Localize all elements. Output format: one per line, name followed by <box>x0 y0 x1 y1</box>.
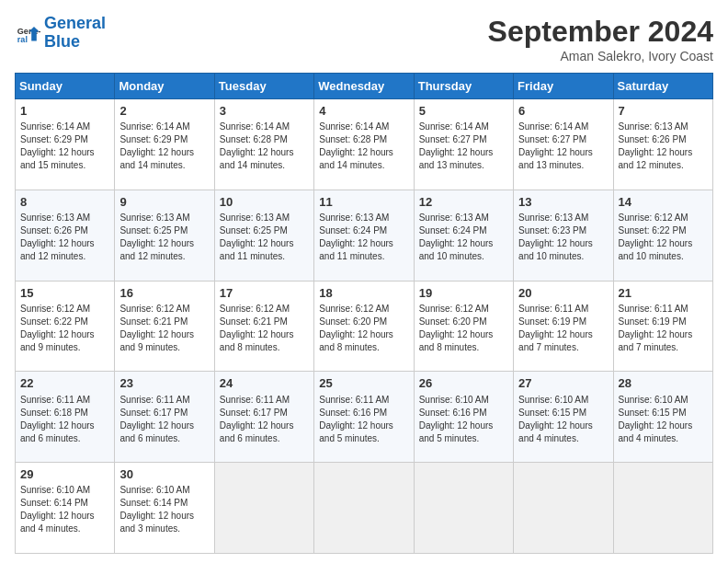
day-number: 23 <box>119 375 209 392</box>
day-number: 29 <box>20 466 109 483</box>
month-title: September 2024 <box>488 15 713 49</box>
day-number: 5 <box>419 103 508 120</box>
calendar-table: Sunday Monday Tuesday Wednesday Thursday… <box>15 73 713 554</box>
calendar-cell: 4Sunrise: 6:14 AMSunset: 6:28 PMDaylight… <box>314 99 414 190</box>
calendar-header-row: Sunday Monday Tuesday Wednesday Thursday… <box>16 74 713 99</box>
location-title: Aman Salekro, Ivory Coast <box>488 49 713 63</box>
logo-icon: Gene- ral <box>15 20 40 46</box>
col-thursday: Thursday <box>414 74 513 99</box>
day-number: 26 <box>419 375 508 392</box>
calendar-cell <box>314 463 414 554</box>
calendar-cell <box>414 463 513 554</box>
calendar-cell: 26Sunrise: 6:10 AMSunset: 6:16 PMDayligh… <box>414 372 513 463</box>
calendar-week-row: 1Sunrise: 6:14 AMSunset: 6:29 PMDaylight… <box>16 99 713 190</box>
col-tuesday: Tuesday <box>214 74 313 99</box>
calendar-cell: 30Sunrise: 6:10 AMSunset: 6:14 PMDayligh… <box>115 463 214 554</box>
day-number: 7 <box>619 103 708 120</box>
day-number: 6 <box>518 103 608 120</box>
logo-text: General Blue <box>44 15 106 52</box>
calendar-cell: 29Sunrise: 6:10 AMSunset: 6:14 PMDayligh… <box>16 463 115 554</box>
calendar-cell: 18Sunrise: 6:12 AMSunset: 6:20 PMDayligh… <box>314 281 414 372</box>
header: Gene- ral General Blue September 2024 Am… <box>15 15 713 63</box>
calendar-header: Sunday Monday Tuesday Wednesday Thursday… <box>16 74 713 99</box>
calendar-cell: 10Sunrise: 6:13 AMSunset: 6:25 PMDayligh… <box>214 190 313 281</box>
calendar-cell: 6Sunrise: 6:14 AMSunset: 6:27 PMDaylight… <box>514 99 613 190</box>
calendar-body: 1Sunrise: 6:14 AMSunset: 6:29 PMDaylight… <box>16 99 713 554</box>
day-number: 11 <box>319 194 408 211</box>
calendar-cell: 27Sunrise: 6:10 AMSunset: 6:15 PMDayligh… <box>514 372 613 463</box>
day-number: 25 <box>319 375 408 392</box>
day-number: 9 <box>119 194 209 211</box>
calendar-week-row: 8Sunrise: 6:13 AMSunset: 6:26 PMDaylight… <box>16 190 713 281</box>
day-number: 4 <box>319 103 408 120</box>
day-number: 8 <box>20 194 109 211</box>
day-number: 3 <box>220 103 309 120</box>
col-sunday: Sunday <box>16 74 115 99</box>
calendar-week-row: 29Sunrise: 6:10 AMSunset: 6:14 PMDayligh… <box>16 463 713 554</box>
svg-text:ral: ral <box>17 35 28 44</box>
calendar-cell: 1Sunrise: 6:14 AMSunset: 6:29 PMDaylight… <box>16 99 115 190</box>
day-number: 14 <box>619 194 708 211</box>
page: Gene- ral General Blue September 2024 Am… <box>0 0 728 563</box>
day-number: 22 <box>20 375 109 392</box>
calendar-cell: 24Sunrise: 6:11 AMSunset: 6:17 PMDayligh… <box>214 372 313 463</box>
day-number: 30 <box>119 466 209 483</box>
calendar-cell: 22Sunrise: 6:11 AMSunset: 6:18 PMDayligh… <box>16 372 115 463</box>
calendar-cell: 2Sunrise: 6:14 AMSunset: 6:29 PMDaylight… <box>115 99 214 190</box>
day-number: 28 <box>619 375 708 392</box>
calendar-cell: 13Sunrise: 6:13 AMSunset: 6:23 PMDayligh… <box>514 190 613 281</box>
day-number: 21 <box>619 285 708 302</box>
day-number: 20 <box>518 285 608 302</box>
calendar-cell: 5Sunrise: 6:14 AMSunset: 6:27 PMDaylight… <box>414 99 513 190</box>
day-number: 13 <box>518 194 608 211</box>
calendar-cell: 8Sunrise: 6:13 AMSunset: 6:26 PMDaylight… <box>16 190 115 281</box>
day-number: 24 <box>220 375 309 392</box>
logo-blue: Blue <box>44 32 80 51</box>
calendar-cell <box>214 463 313 554</box>
calendar-cell: 21Sunrise: 6:11 AMSunset: 6:19 PMDayligh… <box>613 281 712 372</box>
calendar-cell: 7Sunrise: 6:13 AMSunset: 6:26 PMDaylight… <box>613 99 712 190</box>
calendar-cell: 9Sunrise: 6:13 AMSunset: 6:25 PMDaylight… <box>115 190 214 281</box>
col-friday: Friday <box>514 74 613 99</box>
calendar-cell: 19Sunrise: 6:12 AMSunset: 6:20 PMDayligh… <box>414 281 513 372</box>
calendar-cell: 11Sunrise: 6:13 AMSunset: 6:24 PMDayligh… <box>314 190 414 281</box>
calendar-cell: 16Sunrise: 6:12 AMSunset: 6:21 PMDayligh… <box>115 281 214 372</box>
day-number: 27 <box>518 375 608 392</box>
calendar-cell: 3Sunrise: 6:14 AMSunset: 6:28 PMDaylight… <box>214 99 313 190</box>
col-monday: Monday <box>115 74 214 99</box>
day-number: 19 <box>419 285 508 302</box>
calendar-week-row: 15Sunrise: 6:12 AMSunset: 6:22 PMDayligh… <box>16 281 713 372</box>
calendar-cell: 25Sunrise: 6:11 AMSunset: 6:16 PMDayligh… <box>314 372 414 463</box>
day-number: 10 <box>220 194 309 211</box>
day-number: 12 <box>419 194 508 211</box>
day-number: 15 <box>20 285 109 302</box>
title-block: September 2024 Aman Salekro, Ivory Coast <box>488 15 713 63</box>
calendar-cell: 17Sunrise: 6:12 AMSunset: 6:21 PMDayligh… <box>214 281 313 372</box>
calendar-cell: 15Sunrise: 6:12 AMSunset: 6:22 PMDayligh… <box>16 281 115 372</box>
calendar-cell: 28Sunrise: 6:10 AMSunset: 6:15 PMDayligh… <box>613 372 712 463</box>
calendar-cell: 14Sunrise: 6:12 AMSunset: 6:22 PMDayligh… <box>613 190 712 281</box>
calendar-cell: 23Sunrise: 6:11 AMSunset: 6:17 PMDayligh… <box>115 372 214 463</box>
calendar-week-row: 22Sunrise: 6:11 AMSunset: 6:18 PMDayligh… <box>16 372 713 463</box>
calendar-cell <box>613 463 712 554</box>
day-number: 1 <box>20 103 109 120</box>
calendar-cell <box>514 463 613 554</box>
calendar-cell: 12Sunrise: 6:13 AMSunset: 6:24 PMDayligh… <box>414 190 513 281</box>
day-number: 18 <box>319 285 408 302</box>
calendar-cell: 20Sunrise: 6:11 AMSunset: 6:19 PMDayligh… <box>514 281 613 372</box>
day-number: 2 <box>119 103 209 120</box>
logo-general: General <box>44 14 106 32</box>
day-number: 16 <box>119 285 209 302</box>
col-saturday: Saturday <box>613 74 712 99</box>
col-wednesday: Wednesday <box>314 74 414 99</box>
day-number: 17 <box>220 285 309 302</box>
logo: Gene- ral General Blue <box>15 15 106 52</box>
